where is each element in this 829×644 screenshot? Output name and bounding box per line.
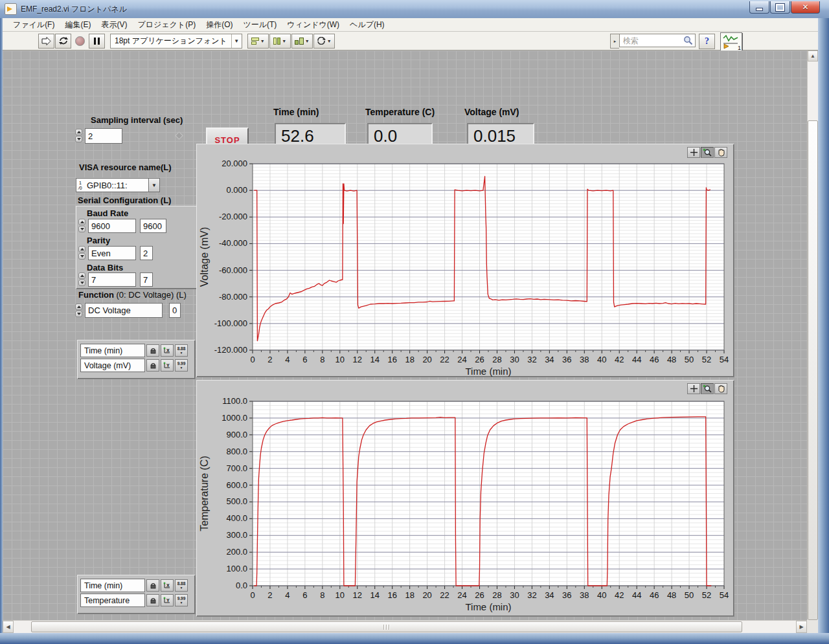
window-border-left (0, 18, 3, 633)
svg-text:48: 48 (667, 355, 676, 364)
voltage-plot[interactable]: -120.000-100.000-80.000-60.000-40.000-20… (196, 144, 734, 377)
close-button[interactable]: ✕ (791, 1, 820, 14)
y-scale-lock-button[interactable] (146, 359, 159, 372)
increment-button[interactable] (78, 272, 85, 279)
scroll-left-button[interactable]: ◀ (3, 621, 14, 633)
svg-text:42: 42 (615, 590, 624, 600)
chevron-down-icon: ▼ (260, 39, 265, 43)
svg-text:18: 18 (405, 590, 414, 600)
minimize-button[interactable] (749, 1, 769, 14)
visa-resource-combo[interactable]: 1⁄0 GPIB0::11: ▼ (76, 178, 160, 192)
increment-button[interactable] (75, 129, 82, 135)
decrement-button[interactable] (78, 253, 85, 260)
font-selector[interactable]: 18pt アプリケーションフォント ▼ (110, 34, 242, 49)
function-label: Function (0: DC Voltage) (L) (78, 290, 187, 300)
lock-icon (150, 348, 156, 354)
svg-text:12: 12 (353, 355, 362, 364)
zoom-tool-button[interactable] (701, 383, 714, 394)
menu-file[interactable]: ファイル(F) (8, 18, 60, 32)
menu-operate[interactable]: 操作(O) (201, 18, 238, 32)
scroll-up-button[interactable]: ▲ (808, 50, 818, 61)
data-bits-input[interactable]: 7 (88, 272, 136, 287)
x-format-button[interactable]: 8.88▼ (175, 344, 188, 357)
align-objects-icon (251, 38, 259, 45)
svg-text:300.0: 300.0 (226, 530, 247, 540)
decrement-button[interactable] (75, 311, 82, 317)
pause-button[interactable] (89, 34, 105, 49)
y-autoscale-button[interactable]: Y (161, 594, 174, 606)
menu-view[interactable]: 表示(V) (96, 18, 132, 32)
chevron-down-icon: ▼ (327, 39, 332, 43)
title-bar[interactable]: EMF_read2.vi フロントパネル ✕ (0, 0, 829, 19)
menu-edit[interactable]: 編集(E) (60, 18, 96, 32)
svg-text:26: 26 (475, 355, 484, 364)
svg-text:6: 6 (302, 590, 307, 600)
parity-input[interactable]: Even (88, 246, 136, 260)
menu-tools[interactable]: ツール(T) (238, 18, 282, 32)
abort-button[interactable] (72, 34, 88, 49)
lock-icon (150, 362, 156, 369)
pan-tool-button[interactable] (714, 147, 727, 158)
x-autoscale-icon: X (163, 582, 171, 589)
minimize-icon (756, 8, 763, 11)
reorder-objects-button[interactable]: ▼ (313, 34, 335, 49)
menu-project[interactable]: プロジェクト(P) (132, 18, 201, 32)
search-options-button[interactable]: ▸ (610, 34, 619, 49)
svg-text:Time (min): Time (min) (465, 601, 511, 612)
pan-tool-button[interactable] (714, 383, 727, 394)
window-border-bottom (0, 633, 829, 644)
x-autoscale-button[interactable]: X (161, 579, 174, 592)
resize-grip[interactable] (807, 620, 818, 633)
y-format-button[interactable]: 9.99▼ (175, 594, 188, 606)
y-format-button[interactable]: 9.99▼ (175, 359, 188, 372)
svg-text:-120.000: -120.000 (214, 345, 247, 355)
svg-text:1000.0: 1000.0 (221, 413, 247, 423)
resize-objects-icon (295, 38, 304, 45)
front-panel: Sampling interval (sec) 2 STOP Time (min… (3, 50, 819, 620)
horizontal-scroll-thumb[interactable] (31, 621, 742, 632)
maximize-button[interactable] (770, 1, 790, 14)
run-continuous-button[interactable] (55, 34, 71, 49)
x-scale-name[interactable]: Time (min) (80, 579, 145, 592)
menu-help[interactable]: ヘルプ(H) (345, 18, 390, 32)
x-autoscale-button[interactable]: X (161, 344, 174, 357)
scroll-right-button[interactable]: ▶ (796, 621, 807, 633)
menu-window[interactable]: ウィンドウ(W) (282, 18, 345, 32)
vertical-scrollbar[interactable]: ▲ ▼ (807, 50, 819, 633)
vertical-scroll-thumb[interactable] (808, 120, 818, 620)
function-ring[interactable]: DC Voltage (85, 303, 163, 318)
y-autoscale-button[interactable]: Y (161, 359, 174, 372)
x-format-button[interactable]: 8.88▼ (175, 579, 188, 592)
run-button[interactable] (38, 34, 54, 49)
distribute-objects-button[interactable]: ▼ (269, 34, 291, 49)
help-button[interactable]: ? (699, 34, 715, 49)
visa-resource-value[interactable]: GPIB0::11: (84, 178, 149, 192)
resize-objects-button[interactable]: ▼ (291, 34, 313, 49)
svg-text:Y: Y (166, 363, 170, 368)
cursor-tool-button[interactable] (687, 147, 700, 158)
increment-button[interactable] (78, 246, 85, 252)
y-scale-name[interactable]: Temperature (80, 594, 145, 607)
chevron-down-icon[interactable]: ▼ (231, 34, 242, 48)
y-scale-name[interactable]: Voltage (mV) (80, 359, 145, 372)
decrement-button[interactable] (78, 226, 85, 232)
zoom-tool-button[interactable] (701, 147, 714, 158)
increment-button[interactable] (75, 304, 82, 310)
y-scale-lock-button[interactable] (146, 594, 159, 606)
temperature-plot[interactable]: 0.0100.0200.0300.0400.0500.0600.0700.080… (196, 380, 734, 616)
y-autoscale-icon: Y (163, 362, 171, 369)
cursor-tool-button[interactable] (687, 383, 700, 394)
chevron-down-icon[interactable]: ▼ (149, 178, 160, 192)
decrement-button[interactable] (78, 280, 85, 286)
sampling-interval-input[interactable]: 2 (85, 128, 122, 144)
x-scale-name[interactable]: Time (min) (80, 344, 145, 357)
horizontal-scrollbar[interactable]: ◀ ▶ (3, 620, 807, 634)
increment-button[interactable] (78, 219, 85, 225)
x-scale-lock-button[interactable] (146, 344, 159, 357)
baud-rate-input[interactable]: 9600 (88, 219, 136, 233)
vi-taskbar-icon[interactable]: 1 (720, 32, 742, 52)
decrement-button[interactable] (75, 136, 82, 142)
align-objects-button[interactable]: ▼ (247, 34, 269, 49)
svg-text:20: 20 (422, 590, 431, 600)
x-scale-lock-button[interactable] (146, 579, 159, 592)
